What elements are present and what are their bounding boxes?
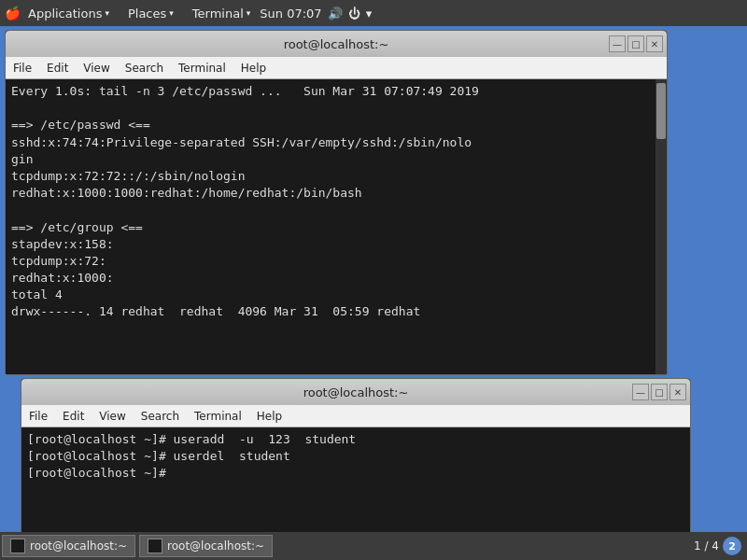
system-tray: Sun 07:07 🔊 ⏻ ▾: [260, 7, 377, 21]
clock: Sun 07:07: [260, 7, 321, 21]
task-label-1: root@localhost:~: [30, 539, 127, 553]
power-icon[interactable]: ⏻: [348, 7, 360, 21]
titlebar-2: root@localhost:~ — □ ✕: [21, 379, 690, 405]
menu-terminal-2[interactable]: Terminal: [187, 405, 249, 427]
menu-search-2[interactable]: Search: [134, 405, 187, 427]
terminal-window-2: root@localhost:~ — □ ✕ File Edit View Se…: [21, 378, 691, 537]
applications-arrow: ▾: [105, 8, 109, 18]
menu-view-1[interactable]: View: [76, 57, 117, 79]
apple-icon[interactable]: 🍎: [0, 0, 19, 26]
page-indicator: 1 / 4 2: [694, 537, 741, 555]
task-icon-1: [10, 539, 25, 553]
task-label-2: root@localhost:~: [167, 539, 264, 553]
places-arrow: ▾: [169, 8, 174, 18]
close-button-1[interactable]: ✕: [646, 35, 663, 52]
terminal-output-2[interactable]: [root@localhost ~]# useradd -u 123 stude…: [21, 427, 690, 536]
sound-icon[interactable]: 🔊: [328, 7, 343, 21]
bottom-taskbar: root@localhost:~ root@localhost:~ 1 / 4 …: [0, 532, 747, 560]
scrollbar-1[interactable]: [655, 79, 667, 374]
minimize-button-2[interactable]: —: [632, 384, 649, 400]
page-text: 1 / 4: [694, 539, 719, 553]
taskbar-item-2[interactable]: root@localhost:~: [139, 535, 273, 557]
applications-menu[interactable]: Applications ▾: [19, 0, 119, 26]
menu-edit-1[interactable]: Edit: [39, 57, 76, 79]
menu-terminal-1[interactable]: Terminal: [171, 57, 233, 79]
scrollbar-thumb-1[interactable]: [656, 83, 666, 139]
terminal-menu[interactable]: Terminal ▾: [183, 0, 260, 26]
menu-file-1[interactable]: File: [6, 57, 39, 79]
menu-file-2[interactable]: File: [21, 405, 55, 427]
window-controls-2: — □ ✕: [632, 384, 686, 400]
window-title-2: root@localhost:~: [303, 385, 409, 399]
menu-view-2[interactable]: View: [92, 405, 133, 427]
top-taskbar: 🍎 Applications ▾ Places ▾ Terminal ▾ Sun…: [0, 0, 747, 26]
maximize-button-1[interactable]: □: [627, 35, 644, 52]
menu-search-1[interactable]: Search: [118, 57, 171, 79]
terminal-body-1: Every 1.0s: tail -n 3 /etc/passwd ... Su…: [6, 79, 667, 374]
terminal-body-2: [root@localhost ~]# useradd -u 123 stude…: [21, 427, 690, 536]
power-arrow: ▾: [366, 7, 373, 21]
window-title-1: root@localhost:~: [284, 37, 389, 51]
task-icon-2: [148, 539, 162, 553]
menu-help-2[interactable]: Help: [249, 405, 289, 427]
menubar-2: File Edit View Search Terminal Help: [21, 405, 690, 427]
menu-edit-2[interactable]: Edit: [55, 405, 92, 427]
terminal-menu-arrow: ▾: [247, 8, 251, 18]
titlebar-1: root@localhost:~ — □ ✕: [6, 31, 667, 57]
places-menu[interactable]: Places ▾: [119, 0, 183, 26]
close-button-2[interactable]: ✕: [669, 384, 686, 400]
taskbar-item-1[interactable]: root@localhost:~: [2, 535, 135, 557]
menubar-1: File Edit View Search Terminal Help: [6, 57, 667, 79]
menu-help-1[interactable]: Help: [233, 57, 274, 79]
maximize-button-2[interactable]: □: [651, 384, 668, 400]
minimize-button-1[interactable]: —: [609, 35, 626, 52]
terminal-window-1: root@localhost:~ — □ ✕ File Edit View Se…: [5, 30, 668, 375]
page-badge: 2: [723, 537, 741, 555]
window-controls-1: — □ ✕: [609, 35, 663, 52]
terminal-output-1[interactable]: Every 1.0s: tail -n 3 /etc/passwd ... Su…: [6, 79, 655, 374]
